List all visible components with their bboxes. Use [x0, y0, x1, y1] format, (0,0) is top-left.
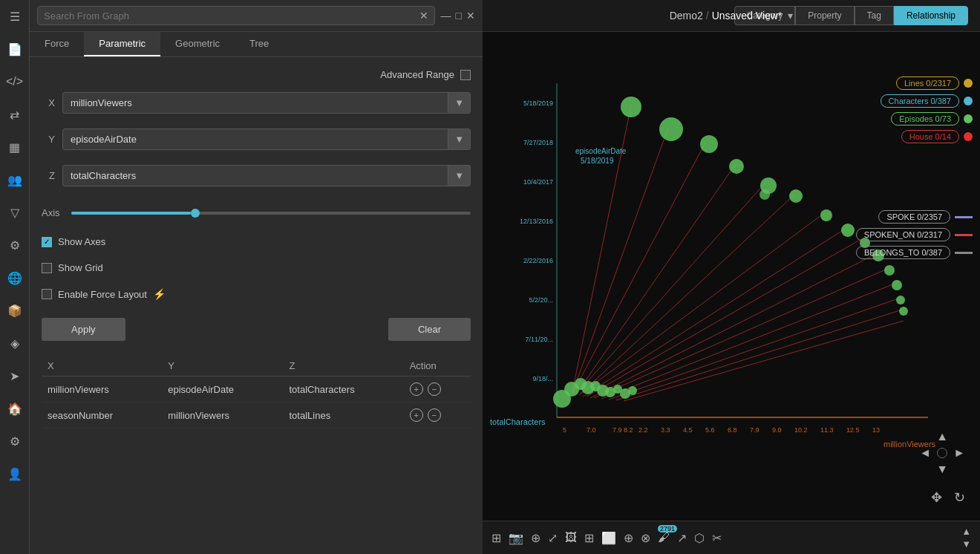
sidebar-home-icon[interactable]: 🏠 [4, 398, 25, 419]
action-buttons: Apply Clear [42, 318, 471, 341]
window-controls: — □ ✕ [441, 10, 475, 22]
x-field-select[interactable]: millionViewers ▼ [62, 92, 471, 114]
target-tool-icon[interactable]: ⊕ [531, 531, 540, 545]
svg-point-50 [789, 189, 803, 203]
axis-slider-track[interactable] [71, 212, 471, 215]
col-z-header: Z [283, 356, 403, 377]
sidebar-forward-icon[interactable]: ➤ [4, 365, 25, 386]
cut-tool-icon[interactable]: ✂ [712, 531, 722, 545]
zoom-in-tool-icon[interactable]: ⊕ [624, 531, 633, 545]
col-y-header: Y [162, 356, 283, 377]
y-field-select[interactable]: episodeAirDate ▼ [62, 128, 471, 150]
x-dropdown-arrow[interactable]: ▼ [448, 93, 470, 113]
show-axes-checkbox[interactable]: ✓ [42, 237, 52, 247]
svg-point-52 [841, 224, 855, 237]
svg-text:13: 13 [872, 426, 880, 434]
tab-property[interactable]: Property [795, 6, 854, 25]
sidebar-ring-icon[interactable]: ◈ [4, 333, 25, 353]
layout-tabs: Force Parametric Geometric Tree [30, 32, 483, 57]
clear-button[interactable]: Clear [388, 318, 471, 341]
legend-house-dot [964, 132, 973, 141]
svg-point-51 [820, 209, 832, 221]
sidebar-document-icon[interactable]: 📄 [4, 39, 25, 59]
row1-remove-icon[interactable]: − [428, 382, 441, 396]
search-clear-button[interactable]: ✕ [419, 10, 428, 22]
nav-down-button[interactable]: ▼ [936, 463, 948, 476]
tab-tag[interactable]: Tag [855, 6, 894, 25]
svg-point-68 [553, 390, 571, 408]
z-field-select[interactable]: totalCharacters ▼ [62, 165, 471, 186]
row1-add-icon[interactable]: + [410, 382, 423, 396]
svg-text:7/11/20...: 7/11/20... [525, 336, 553, 343]
search-input-wrap[interactable]: ✕ [37, 6, 435, 25]
y-dropdown-arrow[interactable]: ▼ [448, 129, 470, 149]
show-grid-checkbox[interactable] [42, 263, 52, 273]
z-axis-label: Z [42, 170, 55, 181]
tab-parametric[interactable]: Parametric [84, 32, 160, 56]
row2-action: + − [404, 403, 471, 428]
share-tool-icon[interactable]: ⊞ [584, 531, 594, 545]
z-dropdown-arrow[interactable]: ▼ [448, 166, 470, 186]
enable-force-label: Enable Force Layout [58, 289, 147, 300]
svg-text:9.0: 9.0 [772, 426, 782, 434]
sidebar-transfer-icon[interactable]: ⇄ [4, 104, 25, 125]
filter-tool-icon[interactable]: ⊗ [641, 531, 650, 545]
nav-center-button[interactable] [937, 448, 947, 458]
cursor-tool-icon[interactable]: ↗ [677, 531, 687, 545]
tab-tree[interactable]: Tree [235, 32, 284, 56]
view-dropdown-arrow[interactable]: ▾ [788, 10, 793, 22]
axis-slider-thumb[interactable] [191, 209, 200, 218]
image-tool-icon[interactable]: 🖼 [565, 531, 577, 544]
close-button[interactable]: ✕ [466, 10, 475, 22]
nav-right-button[interactable]: ► [953, 446, 965, 460]
sidebar-grid-icon[interactable]: ▦ [4, 137, 25, 157]
tab-geometric[interactable]: Geometric [160, 32, 235, 56]
svg-text:10.2: 10.2 [794, 426, 808, 434]
sidebar-code-icon[interactable]: </> [4, 71, 25, 92]
sidebar-filter-icon[interactable]: ▽ [4, 202, 25, 223]
sidebar-users-icon[interactable]: 👥 [4, 169, 25, 190]
row2-remove-icon[interactable]: − [428, 408, 441, 422]
nav-up-button[interactable]: ▲ [936, 430, 948, 443]
row1-action-icons: + − [410, 382, 465, 396]
minimize-button[interactable]: — [441, 10, 451, 22]
graph-area[interactable]: 5/18/2019 7/27/2018 10/4/2017 12/13/2016… [483, 32, 980, 521]
sidebar-box-icon[interactable]: 📦 [4, 300, 25, 321]
bottom-down-icon[interactable]: ▼ [961, 538, 971, 550]
sidebar-menu-icon[interactable]: ☰ [4, 6, 25, 27]
sidebar-graph-icon[interactable]: ⚙ [4, 235, 25, 255]
enable-force-checkbox[interactable] [42, 289, 52, 299]
frame-tool-icon[interactable]: ⬜ [601, 531, 616, 545]
export-tool-icon[interactable]: ⬡ [694, 531, 705, 545]
rotate-icon[interactable]: ↻ [954, 489, 965, 506]
svg-text:7.9: 7.9 [612, 426, 622, 434]
maximize-button[interactable]: □ [456, 10, 462, 22]
legend-house-label: House 0/14 [901, 130, 959, 143]
nav-arrows: ▲ ◄ ► ▼ [919, 430, 965, 476]
search-input[interactable] [44, 10, 419, 22]
table-row: seasonNumber millionViewers totalLines +… [42, 403, 471, 428]
svg-point-45 [621, 97, 641, 117]
grid-tool-icon[interactable]: ⊞ [491, 531, 501, 545]
rel-spoken-on-line [955, 234, 973, 236]
sidebar-user-icon[interactable]: 👤 [4, 463, 25, 484]
apply-button[interactable]: Apply [42, 318, 125, 341]
bottom-up-icon[interactable]: ▲ [961, 526, 971, 537]
svg-text:12/13/2016: 12/13/2016 [520, 218, 553, 225]
advanced-range-checkbox[interactable] [460, 70, 471, 80]
row1-z: totalCharacters [283, 377, 403, 403]
node-count-badge: 2791 [658, 525, 677, 532]
rel-spoke: SPOKE 0/2357 [856, 210, 973, 224]
brush-tool-icon[interactable]: 🖌 2791 [658, 531, 670, 544]
row2-add-icon[interactable]: + [410, 408, 423, 422]
sidebar-settings-icon[interactable]: ⚙ [4, 431, 25, 452]
expand-tool-icon[interactable]: ⤢ [548, 531, 558, 545]
panel-content: Advanced Range X millionViewers ▼ Y epis… [30, 57, 483, 554]
sidebar: ☰ 📄 </> ⇄ ▦ 👥 ▽ ⚙ 🌐 📦 ◈ ➤ 🏠 ⚙ 👤 [0, 0, 30, 554]
tab-force[interactable]: Force [30, 32, 84, 56]
nav-left-button[interactable]: ◄ [919, 446, 931, 460]
camera-tool-icon[interactable]: 📷 [509, 531, 523, 545]
sidebar-globe-icon[interactable]: 🌐 [4, 267, 25, 288]
pan-icon[interactable]: ✥ [931, 489, 942, 506]
tab-relationship[interactable]: Relationship [894, 6, 968, 25]
